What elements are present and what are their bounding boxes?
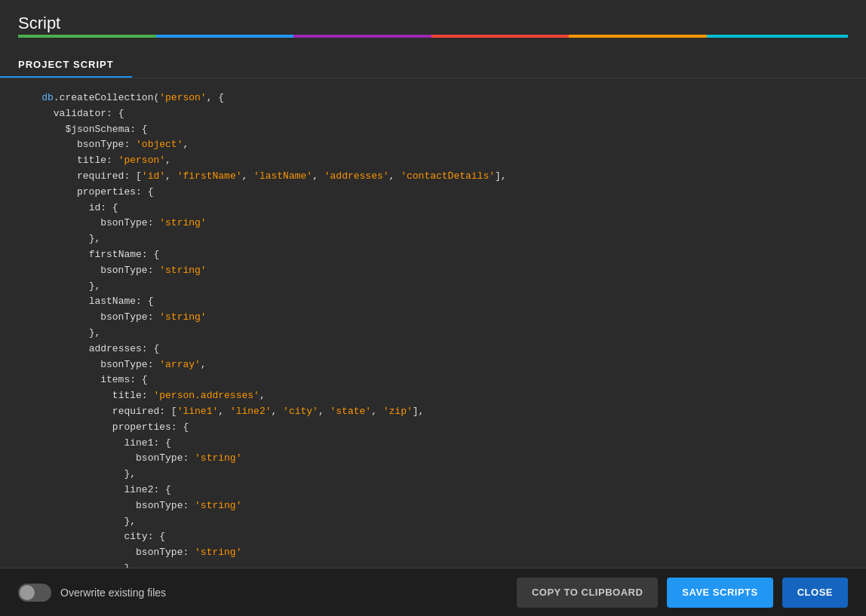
close-button[interactable]: CLOSE xyxy=(782,578,848,608)
save-scripts-button[interactable]: SAVE SCRIPTS xyxy=(667,578,772,608)
code-line: bsonType: 'string' xyxy=(18,310,848,326)
code-line: bsonType: 'string' xyxy=(18,451,848,467)
code-line: id: { xyxy=(18,201,848,216)
dialog-title: Script xyxy=(18,14,848,33)
code-line: line2: { xyxy=(18,483,848,498)
section-label-container: PROJECT SCRIPT xyxy=(0,47,866,78)
code-line: required: ['id', 'firstName', 'lastName'… xyxy=(18,169,848,185)
copy-to-clipboard-button[interactable]: COPY TO CLIPBOARD xyxy=(517,578,658,608)
code-line: lastName: { xyxy=(18,294,848,310)
overwrite-toggle[interactable] xyxy=(18,584,51,602)
code-line: $jsonSchema: { xyxy=(18,122,848,138)
content-area: PROJECT SCRIPT db.createCollection('pers… xyxy=(0,47,866,568)
code-line: firstName: { xyxy=(18,247,848,263)
code-line: db.createCollection('person', { xyxy=(18,90,848,106)
code-line: bsonType: 'string' xyxy=(18,216,848,231)
code-line: bsonType: 'object', xyxy=(18,137,848,153)
overwrite-label: Overwrite existing files xyxy=(60,587,166,599)
footer-left: Overwrite existing files xyxy=(18,584,166,602)
rainbow-divider xyxy=(18,35,848,38)
toggle-knob xyxy=(20,585,35,600)
section-label: PROJECT SCRIPT xyxy=(0,47,132,78)
dialog-header: Script xyxy=(0,0,866,47)
footer: Overwrite existing files COPY TO CLIPBOA… xyxy=(0,568,866,616)
code-line: bsonType: 'string' xyxy=(18,545,848,561)
code-line: required: ['line1', 'line2', 'city', 'st… xyxy=(18,404,848,420)
code-line: title: 'person', xyxy=(18,153,848,169)
code-line: properties: { xyxy=(18,185,848,201)
code-line: bsonType: 'string' xyxy=(18,498,848,514)
code-line: }, xyxy=(18,231,848,247)
footer-right: COPY TO CLIPBOARD SAVE SCRIPTS CLOSE xyxy=(517,578,848,608)
code-line: items: { xyxy=(18,372,848,388)
code-line: city: { xyxy=(18,529,848,545)
code-line: }, xyxy=(18,514,848,530)
code-line: }, xyxy=(18,561,848,568)
code-line: line1: { xyxy=(18,436,848,452)
code-line: addresses: { xyxy=(18,342,848,357)
code-line: }, xyxy=(18,326,848,342)
code-line: validator: { xyxy=(18,106,848,122)
script-dialog: Script PROJECT SCRIPT db.createCollectio… xyxy=(0,0,866,616)
code-line: bsonType: 'array', xyxy=(18,357,848,373)
code-line: }, xyxy=(18,279,848,295)
code-line: properties: { xyxy=(18,420,848,436)
code-line: bsonType: 'string' xyxy=(18,263,848,279)
code-block[interactable]: db.createCollection('person', { validato… xyxy=(0,78,866,568)
code-line: }, xyxy=(18,467,848,483)
code-line: title: 'person.addresses', xyxy=(18,388,848,404)
